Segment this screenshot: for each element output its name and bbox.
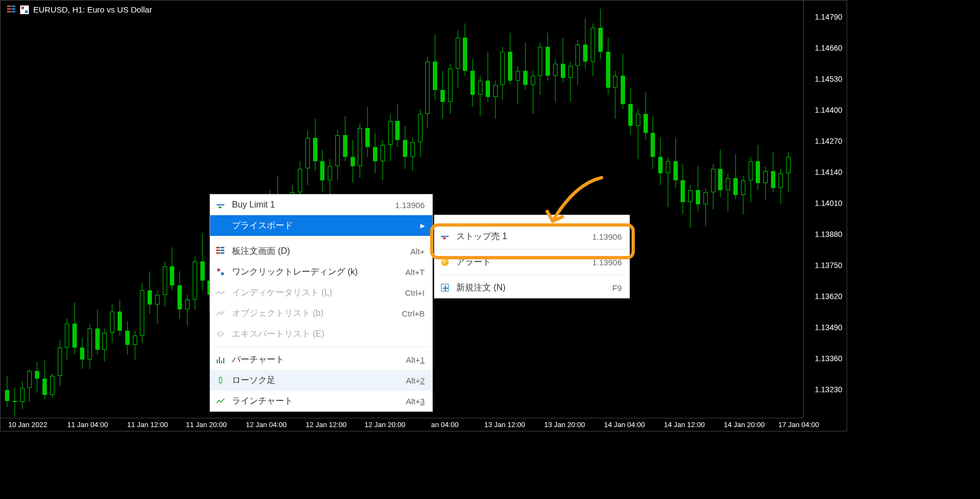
- oneclick-icon: [216, 267, 225, 277]
- price-tick: 1.13880: [814, 230, 842, 239]
- price-tick: 1.13360: [814, 354, 842, 363]
- price-tick: 1.14790: [814, 13, 842, 21]
- menu-separator: [215, 346, 428, 347]
- menu-indicator-list[interactable]: インディケータリスト (L) Ctrl+I: [210, 282, 432, 303]
- menu-object-list[interactable]: オブジェクトリスト (b) Ctrl+B: [210, 303, 432, 324]
- menu-separator: [439, 275, 625, 275]
- price-tick: 1.13750: [814, 261, 842, 270]
- barchart-icon: [216, 355, 225, 364]
- object-icon: [216, 308, 225, 318]
- price-tick: 1.13490: [814, 323, 842, 332]
- linechart-icon: [216, 396, 225, 406]
- time-tick: 14 Jan 12:00: [664, 421, 705, 429]
- time-tick: 10 Jan 2022: [8, 421, 47, 429]
- indicator-icon: [216, 288, 225, 297]
- menu-separator: [215, 238, 428, 239]
- blank-icon: [216, 221, 225, 230]
- menu-priceboard[interactable]: プライスボード ▶: [210, 215, 432, 236]
- price-tick: 1.14660: [814, 44, 842, 52]
- alert-icon: [440, 257, 450, 267]
- time-tick: 13 Jan 20:00: [544, 421, 585, 429]
- expert-icon: [216, 329, 225, 339]
- menu-separator: [439, 249, 625, 249]
- price-tick: 1.13620: [814, 292, 842, 301]
- time-tick: 13 Jan 12:00: [484, 421, 525, 429]
- time-tick: 12 Jan 20:00: [364, 421, 405, 429]
- menu-buy-limit[interactable]: Buy Limit 1 1.13906: [210, 194, 432, 215]
- submenu-arrow-icon: ▶: [420, 222, 425, 229]
- time-tick: 17 Jan 04:00: [778, 421, 819, 429]
- menu-candlestick[interactable]: ローソク足 Alt+2: [210, 370, 432, 391]
- board-order-icon: [216, 246, 225, 256]
- menu-bar-chart[interactable]: バーチャート Alt+1: [210, 349, 432, 370]
- price-tick: 1.14530: [814, 75, 842, 83]
- price-tick: 1.13230: [814, 385, 842, 394]
- menu-expert-list[interactable]: エキスパートリスト (E): [210, 324, 432, 344]
- time-tick: an 04:00: [431, 421, 459, 429]
- submenu-sell-stop[interactable]: ストップ売 1 1.13906: [434, 226, 629, 247]
- price-tick: 1.14010: [814, 199, 842, 208]
- time-tick: 11 Jan 20:00: [186, 421, 226, 429]
- time-tick: 12 Jan 12:00: [305, 421, 346, 429]
- submenu-new-order[interactable]: 新規注文 (N) F9: [434, 277, 629, 298]
- time-tick: 14 Jan 04:00: [604, 421, 645, 429]
- menu-board-order[interactable]: 板注文画面 (D) Alt+: [210, 241, 432, 261]
- price-axis: 1.147901.146601.145301.144001.142701.141…: [803, 1, 847, 418]
- context-submenu-priceboard: Buy Limit 1 1.13906 ストップ売 1 1.13906 アラート…: [434, 215, 630, 299]
- time-tick: 12 Jan 04:00: [246, 421, 286, 429]
- menu-oneclick-trading[interactable]: ワンクリックトレーディング (k) Alt+T: [210, 261, 432, 282]
- sell-arrow-icon: [440, 232, 450, 241]
- submenu-alert[interactable]: アラート 1.13906: [434, 252, 629, 272]
- time-tick: 14 Jan 20:00: [724, 421, 764, 429]
- context-menu-chart: Buy Limit 1 1.13906 プライスボード ▶ 板注文画面 (D) …: [210, 194, 433, 412]
- price-tick: 1.14400: [814, 106, 842, 114]
- buy-arrow-icon: [216, 200, 225, 210]
- time-tick: 11 Jan 04:00: [67, 421, 108, 429]
- time-tick: 11 Jan 12:00: [127, 421, 168, 429]
- new-order-icon: [440, 283, 450, 293]
- time-axis: 10 Jan 202211 Jan 04:0011 Jan 12:0011 Ja…: [1, 418, 803, 431]
- price-tick: 1.14270: [814, 137, 842, 145]
- menu-line-chart[interactable]: ラインチャート Alt+3: [210, 391, 432, 411]
- candlestick-icon: [216, 375, 225, 385]
- price-tick: 1.14140: [814, 168, 842, 177]
